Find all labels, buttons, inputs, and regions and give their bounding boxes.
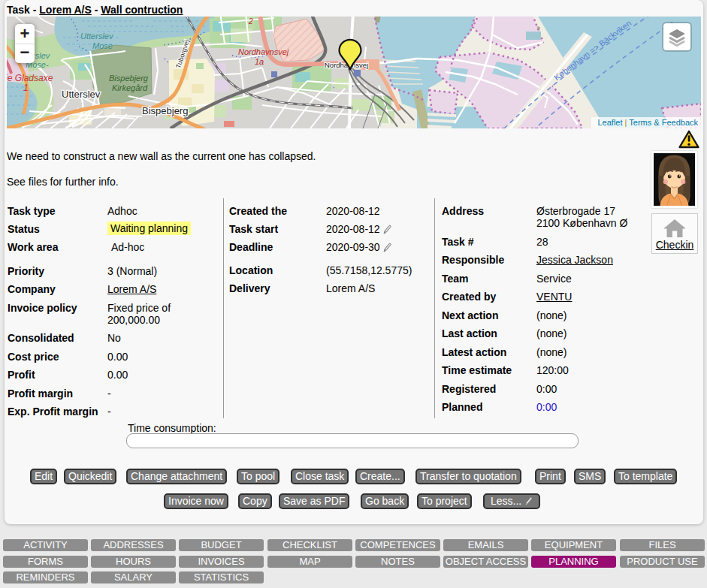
svg-text:Nordhavnsvej: Nordhavnsvej: [238, 47, 289, 56]
svg-text:Bispebjerg: Bispebjerg: [109, 74, 149, 83]
svg-text:Bispebjerg: Bispebjerg: [142, 105, 188, 116]
svg-text:Utterslev: Utterslev: [80, 32, 114, 41]
svg-text:1a: 1a: [255, 57, 264, 66]
svg-text:1: 1: [23, 83, 29, 93]
svg-text:Utterslev: Utterslev: [62, 89, 101, 100]
svg-text:je Gladsaxe: je Gladsaxe: [7, 73, 53, 83]
svg-text:2: 2: [248, 17, 253, 26]
svg-text:Kirkegård: Kirkegård: [112, 83, 148, 92]
svg-text:Mose: Mose: [92, 41, 113, 50]
